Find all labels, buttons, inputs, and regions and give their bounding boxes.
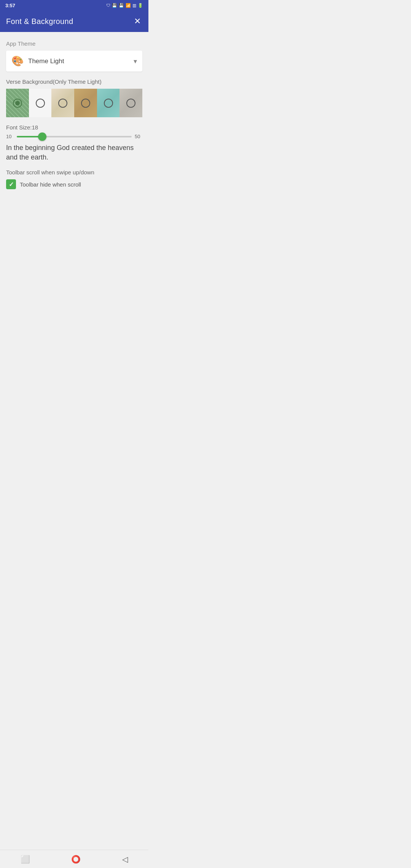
theme-selector[interactable]: 🎨 Theme Light ▾	[6, 51, 142, 72]
swatch-teal-box	[97, 89, 120, 117]
slider-max-label: 50	[135, 134, 142, 139]
swatch-tan-box	[74, 89, 97, 117]
shield-icon: 🛡	[106, 3, 110, 8]
swatch-cream-box	[51, 89, 74, 117]
toolbar-hide-checkbox-row[interactable]: ✓ Toolbar hide when scroll	[6, 179, 142, 189]
font-size-label: Font Size:18	[6, 124, 142, 131]
checkmark-icon: ✓	[9, 181, 14, 188]
save-icon: 💾	[112, 3, 117, 8]
background-swatches	[6, 89, 142, 117]
status-icons: 🛡 💾 💾 📶 ▥ 🔋	[106, 3, 143, 8]
save2-icon: 💾	[119, 3, 124, 8]
content-area: App Theme 🎨 Theme Light ▾ Verse Backgrou…	[0, 32, 148, 195]
font-preview-text: In the beginning God created the heavens…	[6, 143, 142, 162]
font-size-slider[interactable]	[17, 136, 132, 137]
radio-tan[interactable]	[81, 99, 90, 108]
battery-icon: 🔋	[138, 3, 143, 8]
toolbar-scroll-label: Toolbar scroll when swipe up/down	[6, 169, 142, 176]
font-size-slider-container: 10 50	[6, 134, 142, 139]
verse-bg-label: Verse Background(Only Theme Light)	[6, 78, 142, 85]
radio-gray[interactable]	[126, 99, 135, 108]
status-bar: 3:57 🛡 💾 💾 📶 ▥ 🔋	[0, 0, 148, 11]
palette-icon: 🎨	[11, 55, 24, 67]
toolbar-hide-label: Toolbar hide when scroll	[20, 181, 81, 188]
toolbar-title: Font & Background	[6, 17, 73, 26]
toolbar-hide-checkbox[interactable]: ✓	[6, 179, 16, 189]
app-theme-label: App Theme	[6, 40, 142, 47]
wifi-icon: 📶	[126, 3, 131, 8]
theme-selected-text: Theme Light	[28, 57, 134, 65]
app-toolbar: Font & Background ✕	[0, 11, 148, 32]
swatch-gray-box	[119, 89, 142, 117]
swatch-teal[interactable]	[97, 89, 120, 117]
signal-icon: ▥	[132, 3, 136, 8]
slider-min-label: 10	[6, 134, 14, 139]
swatch-cream[interactable]	[51, 89, 74, 117]
swatch-white[interactable]	[29, 89, 52, 117]
status-time: 3:57	[5, 3, 15, 8]
radio-teal[interactable]	[104, 99, 113, 108]
swatch-green-box	[6, 89, 29, 117]
radio-green[interactable]	[13, 99, 22, 108]
swatch-white-box	[29, 89, 52, 117]
swatch-green[interactable]	[6, 89, 29, 117]
radio-cream[interactable]	[58, 99, 67, 108]
swatch-gray[interactable]	[119, 89, 142, 117]
chevron-down-icon: ▾	[134, 57, 137, 65]
swatch-tan[interactable]	[74, 89, 97, 117]
close-button[interactable]: ✕	[132, 15, 142, 28]
radio-white[interactable]	[36, 99, 45, 108]
